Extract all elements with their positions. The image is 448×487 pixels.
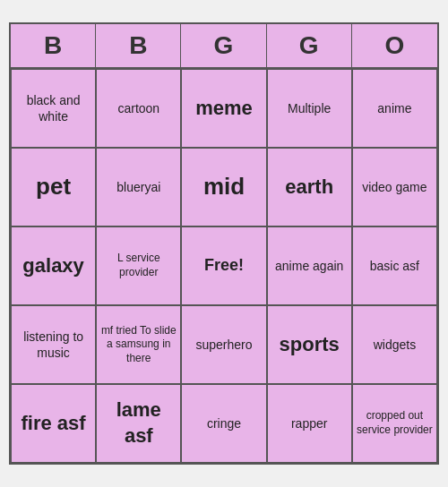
- bingo-cell-18: sports: [267, 305, 352, 384]
- bingo-cell-10: galaxy: [11, 226, 96, 305]
- bingo-grid: black and whitecartoonmemeMultipleanimep…: [11, 69, 437, 463]
- bingo-cell-6: blueryai: [96, 148, 181, 226]
- bingo-cell-4: anime: [352, 69, 437, 148]
- bingo-cell-0: black and white: [11, 69, 96, 148]
- bingo-cell-17: superhero: [181, 305, 266, 384]
- bingo-cell-24: cropped out service provider: [352, 384, 437, 463]
- bingo-cell-22: cringe: [181, 384, 266, 463]
- bingo-cell-21: lame asf: [96, 384, 181, 463]
- bingo-cell-9: video game: [352, 148, 437, 226]
- bingo-cell-15: listening to music: [11, 305, 96, 384]
- header-letter-b-0: B: [11, 24, 96, 67]
- bingo-cell-14: basic asf: [352, 226, 437, 305]
- bingo-cell-16: mf tried To slide a samsung in there: [96, 305, 181, 384]
- bingo-cell-3: Multiple: [267, 69, 352, 148]
- header-letter-o-4: O: [352, 24, 437, 67]
- bingo-cell-8: earth: [267, 148, 352, 226]
- bingo-cell-12: Free!: [181, 226, 266, 305]
- bingo-cell-2: meme: [181, 69, 266, 148]
- header-letter-g-2: G: [181, 24, 266, 67]
- bingo-cell-23: rapper: [267, 384, 352, 463]
- bingo-cell-1: cartoon: [96, 69, 181, 148]
- bingo-cell-7: mid: [181, 148, 266, 226]
- header-letter-g-3: G: [267, 24, 352, 67]
- bingo-cell-5: pet: [11, 148, 96, 226]
- bingo-cell-13: anime again: [267, 226, 352, 305]
- bingo-card: BBGGO black and whitecartoonmemeMultiple…: [9, 22, 439, 465]
- bingo-cell-20: fire asf: [11, 384, 96, 463]
- header-row: BBGGO: [11, 24, 437, 69]
- bingo-cell-11: L service provider: [96, 226, 181, 305]
- bingo-cell-19: widgets: [352, 305, 437, 384]
- header-letter-b-1: B: [96, 24, 181, 67]
